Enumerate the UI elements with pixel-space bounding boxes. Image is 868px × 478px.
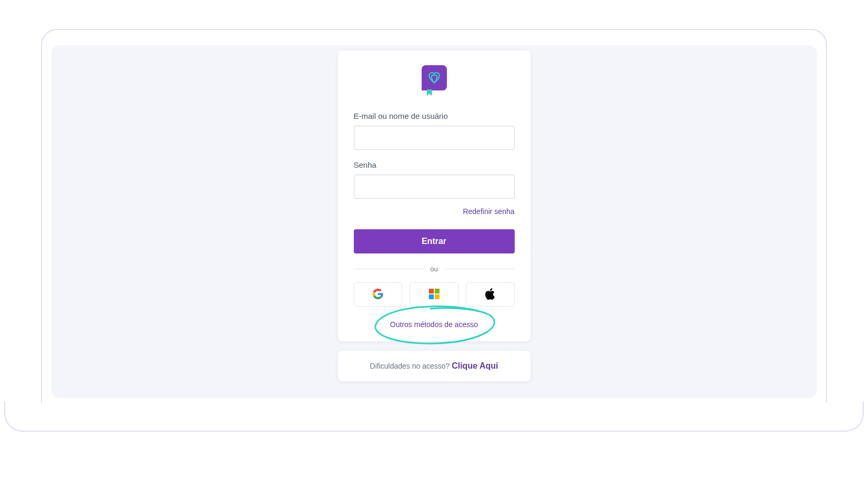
help-bar: Dificuldades no acesso? Clique Aqui bbox=[338, 351, 530, 381]
microsoft-login-button[interactable] bbox=[410, 282, 458, 307]
reset-password-link[interactable]: Redefinir senha bbox=[354, 207, 515, 216]
svg-rect-3 bbox=[434, 294, 439, 299]
password-label: Senha bbox=[354, 160, 515, 169]
username-label: E-mail ou nome de usuário bbox=[354, 111, 515, 120]
submit-button[interactable]: Entrar bbox=[354, 229, 515, 253]
help-link[interactable]: Clique Aqui bbox=[452, 361, 498, 370]
apple-login-button[interactable] bbox=[466, 282, 515, 307]
help-text: Dificuldades no acesso? bbox=[370, 362, 452, 370]
logo-container bbox=[354, 65, 515, 90]
login-card: E-mail ou nome de usuário Senha Redefini… bbox=[338, 50, 530, 341]
screen-content: E-mail ou nome de usuário Senha Redefini… bbox=[51, 45, 817, 398]
username-input[interactable] bbox=[354, 126, 515, 150]
social-login-row bbox=[354, 282, 515, 307]
divider-line bbox=[354, 269, 424, 269]
google-login-button[interactable] bbox=[354, 282, 403, 307]
divider-text: ou bbox=[430, 265, 437, 273]
google-icon bbox=[373, 289, 383, 301]
microsoft-icon bbox=[429, 289, 440, 301]
app-logo-icon bbox=[422, 65, 447, 90]
svg-rect-2 bbox=[429, 294, 434, 299]
password-input[interactable] bbox=[354, 175, 515, 199]
laptop-base bbox=[4, 401, 864, 432]
other-methods-link[interactable]: Outros métodos de acesso bbox=[354, 320, 515, 329]
divider: ou bbox=[354, 265, 515, 273]
svg-rect-1 bbox=[434, 289, 439, 293]
apple-icon bbox=[485, 288, 495, 301]
logo-bookmark-icon bbox=[427, 89, 432, 96]
divider-line bbox=[444, 269, 515, 269]
svg-rect-0 bbox=[429, 289, 434, 293]
